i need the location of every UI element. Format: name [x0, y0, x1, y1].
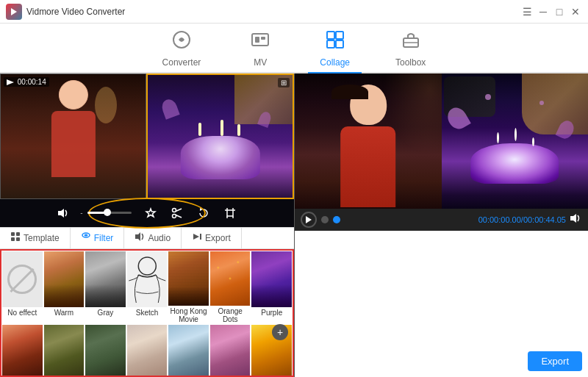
svg-rect-26 — [16, 232, 20, 236]
svg-rect-28 — [16, 237, 20, 241]
time-display: 00:00:00.00/00:00:44.05 — [478, 215, 566, 224]
svg-rect-4 — [261, 37, 265, 40]
audio-icon — [135, 231, 145, 244]
tab-export[interactable]: Export — [182, 228, 242, 248]
tab-filter[interactable]: Filter — [71, 228, 125, 248]
close-btn[interactable]: ✕ — [569, 5, 582, 18]
progress-dot-1[interactable] — [321, 216, 329, 223]
filter-warm-thumb — [44, 251, 85, 307]
svg-point-34 — [138, 257, 156, 275]
filter-r2-1[interactable] — [1, 324, 43, 378]
filter-gray[interactable]: Gray — [85, 251, 126, 324]
mv-icon — [250, 29, 270, 54]
preview-controls: 00:00:00.00/00:00:44.05 — [295, 209, 588, 231]
filter-r2-2[interactable] — [43, 324, 85, 378]
filter-icon — [81, 231, 91, 244]
bottom-tabs: Template Filter Audio Export — [0, 227, 294, 249]
svg-point-30 — [84, 234, 87, 237]
rotate-btn[interactable] — [193, 203, 214, 223]
filter-hk-thumb — [168, 251, 209, 306]
play-button[interactable] — [301, 212, 317, 228]
filter-warm-label: Warm — [54, 309, 74, 317]
filter-purple[interactable]: Purple — [251, 251, 293, 324]
video1-timestamp: 00:00:14 — [4, 77, 49, 87]
minimize-btn[interactable]: ─ — [537, 5, 550, 18]
filter-warm[interactable]: Warm — [43, 251, 85, 324]
filter-r2-3[interactable] — [85, 324, 126, 378]
filter-purple-thumb — [251, 251, 292, 307]
cut-btn[interactable] — [167, 203, 187, 223]
filter-row-1: No effect Warm — [1, 251, 293, 324]
tab-toolbox[interactable]: Toolbox — [384, 25, 437, 73]
crop-btn[interactable] — [220, 203, 240, 223]
svg-rect-7 — [327, 40, 334, 48]
filter-r2-3-thumb — [85, 325, 126, 378]
svg-point-14 — [172, 214, 176, 218]
svg-rect-8 — [336, 40, 343, 48]
svg-rect-25 — [11, 232, 15, 236]
volume-slider[interactable] — [87, 212, 132, 214]
filter-r2-4[interactable] — [126, 324, 168, 378]
tab-mv[interactable]: MV — [234, 25, 286, 73]
filter-orange[interactable]: Orange Dots — [209, 251, 251, 324]
toolbox-icon — [401, 29, 421, 54]
svg-marker-31 — [135, 232, 140, 241]
video-grid: 00:00:14 — [0, 73, 294, 199]
tab-template[interactable]: Template — [0, 228, 71, 248]
title-bar: Vidmore Video Converter ☰ ─ □ ✕ — [0, 0, 588, 24]
filter-r2-5[interactable] — [168, 324, 209, 378]
video-toolbar: - — [0, 199, 294, 227]
export-button[interactable]: Export — [528, 351, 582, 371]
filter-label: Filter — [94, 233, 114, 243]
mv-label: MV — [254, 57, 267, 68]
filter-r2-5-thumb — [168, 325, 209, 378]
svg-rect-33 — [200, 234, 201, 240]
tab-collage[interactable]: Collage — [308, 25, 362, 73]
filter-sketch[interactable]: Sketch — [126, 251, 168, 324]
filter-gray-label: Gray — [98, 309, 114, 317]
right-panel: 00:00:00.00/00:00:44.05 Export — [295, 73, 588, 377]
filter-orange-label: Orange Dots — [210, 307, 251, 323]
filter-r2-6-thumb — [210, 325, 251, 378]
svg-marker-11 — [7, 79, 14, 85]
preview-volume-icon[interactable] — [570, 213, 582, 226]
filter-sketch-label: Sketch — [136, 309, 159, 317]
preview-right — [442, 73, 589, 209]
filter-orange-thumb — [210, 251, 251, 306]
collage-label: Collage — [320, 57, 350, 68]
progress-dot-2[interactable] — [333, 216, 340, 223]
menu-btn[interactable]: ☰ — [520, 5, 534, 18]
svg-marker-0 — [11, 8, 17, 15]
volume-btn[interactable] — [54, 203, 74, 223]
svg-rect-18 — [227, 210, 233, 216]
converter-label: Converter — [162, 57, 201, 68]
main-content: 00:00:14 — [0, 73, 588, 377]
left-panel: 00:00:14 — [0, 73, 294, 377]
effects-btn[interactable] — [140, 203, 161, 223]
maximize-btn[interactable]: □ — [553, 5, 566, 18]
filter-r2-2-thumb — [44, 325, 85, 378]
filter-hk[interactable]: Hong Kong Movie — [168, 251, 209, 324]
no-effect-icon — [7, 265, 37, 294]
filter-hk-label: Hong Kong Movie — [168, 307, 209, 323]
add-video-button[interactable]: + — [272, 324, 288, 340]
svg-marker-17 — [200, 208, 203, 211]
filter-r2-6[interactable] — [209, 324, 251, 378]
export-tab-icon — [192, 231, 202, 244]
video-cell-2[interactable]: ⊞ — [146, 73, 294, 199]
filter-sketch-thumb — [127, 251, 168, 307]
tab-audio[interactable]: Audio — [124, 228, 182, 248]
audio-label: Audio — [148, 233, 171, 243]
tab-converter[interactable]: Converter — [151, 25, 213, 73]
filter-r2-4-thumb — [127, 325, 168, 378]
svg-rect-3 — [255, 37, 259, 43]
template-icon — [10, 231, 21, 244]
svg-marker-12 — [58, 209, 64, 218]
video-cell-1[interactable]: 00:00:14 — [0, 73, 146, 199]
filter-r2-1-thumb — [2, 325, 43, 378]
filter-area: No effect Warm — [0, 249, 294, 378]
preview-area — [295, 73, 588, 209]
svg-point-13 — [172, 208, 176, 212]
filter-none[interactable]: No effect — [1, 251, 43, 324]
svg-marker-32 — [193, 234, 199, 240]
